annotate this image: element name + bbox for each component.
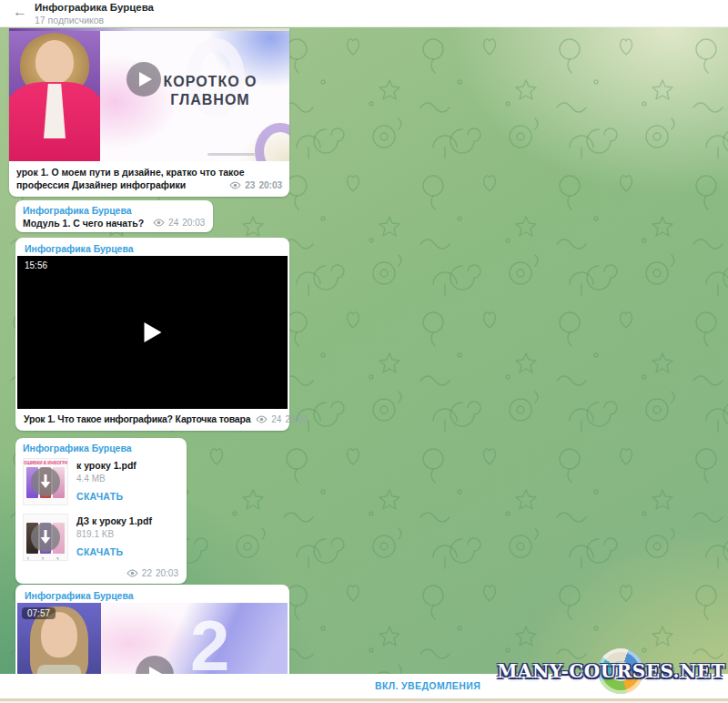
file-size: 819.1 KB (76, 529, 152, 539)
channel-name-link[interactable]: Инфографика Бурцева (17, 239, 288, 256)
notifications-toggle-bar[interactable]: ВКЛ. УВЕДОМЛЕНИЯ (0, 674, 728, 698)
message-caption: Урок 1. Что такое инфографика? Карточка … (24, 413, 250, 424)
thumbnail-glyph: 2 (190, 610, 229, 681)
channel-name-link[interactable]: Инфографика Бурцева (17, 586, 288, 603)
file-name: к уроку 1.pdf (76, 460, 136, 471)
back-arrow-icon[interactable]: ← (13, 4, 27, 20)
message-text: Инфографика Бурцева Модуль 1. С чего нач… (15, 200, 213, 232)
thumbnail-watermark (207, 153, 255, 156)
presenter-face (35, 40, 74, 84)
file-thumbnail[interactable]: ОШИБКИ В ИНФОГРАФИКЕ (23, 458, 68, 505)
channel-title: Инфографика Бурцева (35, 2, 154, 13)
presenter-jacket (9, 82, 100, 161)
decor-ring-2 (255, 123, 289, 161)
message-video-intro: КОРОТКО О ГЛАВНОМ урок 1. О моем пути в … (9, 28, 289, 197)
download-arrow-icon (39, 530, 52, 545)
thumb-footer-text: 1 2 3 (24, 556, 67, 561)
download-link[interactable]: СКАЧАТЬ (76, 546, 152, 557)
views-count: 24 (271, 414, 281, 424)
download-overlay (31, 523, 60, 552)
channel-name-link[interactable]: Инфографика Бурцева (15, 439, 187, 455)
message-meta: 24 20:03 (153, 218, 205, 228)
message-time: 20:03 (156, 568, 178, 578)
thumbnail-title: КОРОТКО О ГЛАВНОМ (142, 73, 278, 109)
message-meta: 22 20:03 (126, 568, 178, 578)
message-video-lesson: Инфографика Бурцева 15:56 Урок 1. Что та… (15, 238, 289, 431)
thumb-header-text: ОШИБКИ В ИНФОГРАФИКЕ (24, 461, 67, 465)
play-button-icon[interactable] (126, 62, 161, 97)
file-attachment: ОШИБКИ В ИНФОГРАФИКЕ к уроку 1.pdf 4.4 M… (15, 455, 187, 511)
play-button-icon[interactable] (144, 322, 161, 342)
views-eye-icon (256, 415, 268, 423)
message-time: 20:03 (285, 414, 308, 424)
chat-header: ← Инфографика Бурцева 17 подписчиков (0, 0, 728, 27)
file-attachment: 1 2 3 ДЗ к уроку 1.pdf 819.1 KB СКАЧАТЬ (15, 511, 187, 566)
file-size: 4.4 MB (76, 474, 136, 484)
message-body: Модуль 1. С чего начать? (23, 218, 144, 229)
download-overlay (31, 467, 60, 496)
views-count: 23 (245, 179, 255, 192)
views-eye-icon (229, 181, 241, 189)
video-thumbnail[interactable]: КОРОТКО О ГЛАВНОМ (9, 28, 289, 161)
video-player[interactable]: 15:56 (17, 256, 288, 409)
download-link[interactable]: СКАЧАТЬ (76, 491, 136, 502)
download-arrow-icon (39, 474, 52, 489)
message-caption: урок 1. О моем пути в дизайне, кратко чт… (9, 161, 289, 197)
message-time: 20:03 (182, 218, 205, 228)
views-count: 24 (168, 218, 178, 228)
thumbnail-art: КОРОТКО О ГЛАВНОМ (100, 31, 289, 161)
message-meta: 24 20:03 (256, 414, 308, 424)
channel-name-link[interactable]: Инфографика Бурцева (15, 201, 213, 218)
file-name: ДЗ к уроку 1.pdf (76, 515, 152, 526)
file-thumbnail[interactable]: 1 2 3 (23, 514, 68, 561)
subscribers-count: 17 подписчиков (35, 15, 104, 25)
message-meta: 23 20:03 (229, 179, 282, 192)
message-time: 20:03 (258, 179, 282, 192)
views-eye-icon (126, 569, 138, 577)
presenter-photo (9, 31, 100, 161)
telegram-channel-view: ← Инфографика Бурцева 17 подписчиков КОР… (0, 0, 728, 703)
message-files: Инфографика Бурцева ОШИБКИ В ИНФОГРАФИКЕ… (15, 438, 187, 584)
enable-notifications-button[interactable]: ВКЛ. УВЕДОМЛЕНИЯ (375, 680, 480, 691)
video-duration-badge: 07:57 (22, 607, 56, 619)
frame-top-strip (9, 28, 289, 31)
views-count: 22 (142, 568, 152, 578)
views-eye-icon (153, 219, 165, 227)
video-duration: 15:56 (25, 260, 47, 270)
